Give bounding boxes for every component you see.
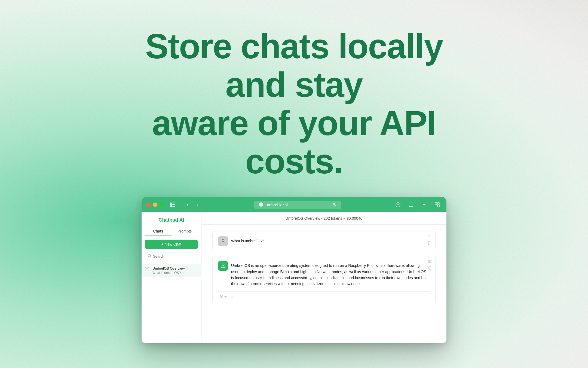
chat-item-title: UmbrelOS Overview bbox=[152, 266, 198, 270]
svg-rect-2 bbox=[172, 204, 175, 205]
svg-rect-5 bbox=[435, 203, 437, 204]
sidebar: Chatpad AI Chats Prompts + New Chat bbox=[142, 212, 201, 343]
browser-chrome: ‹ › umbrel.local ↻ bbox=[142, 197, 446, 212]
svg-point-15 bbox=[223, 265, 224, 266]
app-body: Chatpad AI Chats Prompts + New Chat bbox=[142, 212, 446, 343]
format-icon-bot[interactable] bbox=[428, 260, 431, 264]
bot-message-actions bbox=[428, 260, 431, 270]
svg-rect-16 bbox=[428, 267, 431, 269]
search-icon bbox=[148, 254, 151, 258]
minimize-button[interactable] bbox=[153, 203, 157, 207]
chat-item-subtitle: What is umbrelOS? bbox=[152, 271, 198, 275]
forward-button[interactable]: › bbox=[193, 200, 202, 209]
browser-nav: ‹ › bbox=[183, 200, 202, 209]
chat-item-menu-button[interactable]: ⋯ bbox=[194, 268, 198, 273]
user-message-text: What is umbrelOS? bbox=[231, 236, 430, 244]
svg-rect-6 bbox=[437, 203, 439, 204]
chat-item-icon bbox=[145, 267, 150, 272]
user-message-header: What is umbrelOS? bbox=[218, 236, 430, 246]
sidebar-tabs: Chats Prompts bbox=[145, 227, 198, 236]
tab-chats[interactable]: Chats bbox=[145, 227, 171, 236]
svg-rect-1 bbox=[172, 203, 175, 203]
url-text: umbrel.local bbox=[266, 203, 288, 207]
chat-list-item[interactable]: UmbrelOS Overview What is umbrelOS? ⋯ bbox=[142, 264, 201, 277]
tabs-button[interactable] bbox=[433, 200, 442, 209]
new-chat-button[interactable]: + New Chat bbox=[145, 240, 198, 249]
headline-line2: aware of your API costs. bbox=[152, 104, 436, 181]
download-button[interactable] bbox=[394, 200, 402, 209]
bot-message-card: Umbrel OS is an open-source operating sy… bbox=[212, 256, 436, 304]
fullscreen-button[interactable] bbox=[160, 203, 164, 207]
traffic-lights bbox=[146, 203, 164, 207]
chat-header-text: UmbrelOS Overview - 202 tokens ~ $0.0004… bbox=[286, 216, 363, 221]
browser-window: ‹ › umbrel.local ↻ bbox=[142, 197, 446, 343]
reload-icon[interactable]: ↻ bbox=[333, 202, 336, 207]
search-box[interactable] bbox=[145, 252, 198, 260]
share-button[interactable] bbox=[407, 200, 415, 209]
svg-point-14 bbox=[222, 265, 223, 266]
headline-text: Store chats locally and stay aware of yo… bbox=[117, 27, 471, 181]
user-avatar bbox=[218, 236, 228, 246]
chat-header: UmbrelOS Overview - 202 tokens ~ $0.0004… bbox=[201, 212, 446, 225]
svg-rect-12 bbox=[428, 242, 431, 245]
main-chat-area: UmbrelOS Overview - 202 tokens ~ $0.0004… bbox=[201, 212, 446, 343]
sidebar-toggle-button[interactable] bbox=[168, 200, 177, 209]
chat-item-text: UmbrelOS Overview What is umbrelOS? bbox=[152, 266, 198, 275]
bot-message-text: Umbrel OS is an open-source operating sy… bbox=[231, 261, 430, 287]
headline-block: Store chats locally and stay aware of yo… bbox=[117, 27, 471, 181]
svg-rect-3 bbox=[172, 206, 175, 207]
svg-rect-7 bbox=[435, 205, 437, 207]
svg-point-11 bbox=[222, 239, 224, 242]
user-message-actions bbox=[428, 235, 431, 246]
search-input[interactable] bbox=[153, 254, 195, 258]
page-wrapper: Store chats locally and stay aware of yo… bbox=[0, 0, 588, 368]
back-button[interactable]: ‹ bbox=[183, 200, 192, 209]
messages-area: What is umbrelOS? bbox=[201, 225, 446, 343]
copy-icon-bot[interactable] bbox=[428, 266, 431, 270]
bot-message-header: Umbrel OS is an open-source operating sy… bbox=[218, 261, 430, 287]
shield-icon bbox=[259, 202, 263, 207]
svg-rect-0 bbox=[170, 203, 172, 207]
address-bar[interactable]: umbrel.local ↻ bbox=[254, 201, 341, 209]
address-bar-container: umbrel.local ↻ bbox=[206, 201, 389, 209]
format-icon[interactable] bbox=[428, 235, 431, 240]
svg-rect-8 bbox=[437, 205, 439, 207]
copy-icon[interactable] bbox=[428, 241, 431, 246]
bot-avatar bbox=[218, 261, 228, 271]
close-button[interactable] bbox=[146, 203, 151, 207]
browser-right-icons: + bbox=[394, 200, 442, 209]
new-tab-button[interactable]: + bbox=[420, 200, 428, 209]
chat-list: UmbrelOS Overview What is umbrelOS? ⋯ bbox=[142, 263, 201, 343]
tab-prompts[interactable]: Prompts bbox=[171, 227, 198, 236]
headline-line1: Store chats locally and stay bbox=[145, 27, 443, 104]
app-title: Chatpad AI bbox=[142, 212, 201, 227]
message-word-count: 108 words bbox=[218, 291, 430, 299]
user-message-card: What is umbrelOS? bbox=[212, 231, 436, 251]
